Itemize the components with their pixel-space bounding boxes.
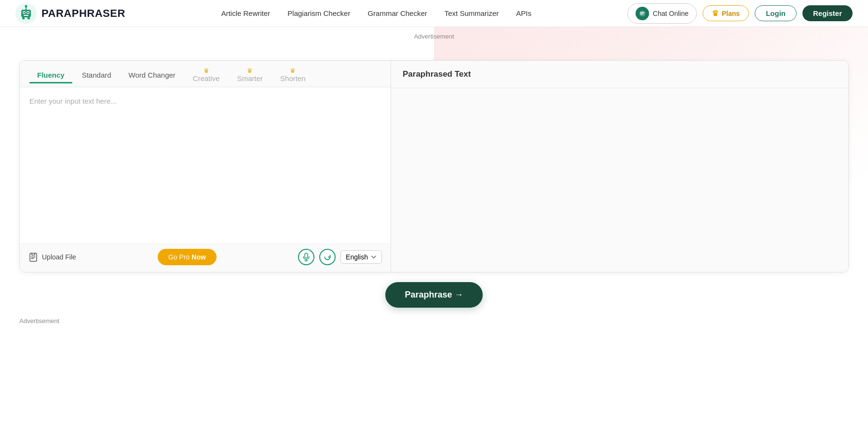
language-value: English bbox=[346, 253, 368, 261]
brand-name: PARAPHRASER bbox=[41, 7, 125, 20]
go-pro-text: Go Pro bbox=[168, 253, 191, 261]
language-select-wrap[interactable]: English bbox=[340, 250, 382, 264]
smarter-crown-icon: ♛ bbox=[247, 68, 253, 74]
main-nav: Article Rewriter Plagiarism Checker Gram… bbox=[221, 9, 531, 17]
svg-rect-15 bbox=[305, 253, 308, 258]
chevron-icon bbox=[371, 254, 377, 260]
nav-plagiarism-checker[interactable]: Plagiarism Checker bbox=[287, 9, 350, 17]
header-actions: Chat Online ♛ Plans Login Register bbox=[627, 3, 853, 24]
svg-point-8 bbox=[25, 5, 27, 7]
footer-right: English bbox=[298, 249, 382, 265]
shorten-crown-icon: ♛ bbox=[290, 68, 296, 74]
bottom-section: Advertisement bbox=[0, 312, 868, 329]
text-input[interactable] bbox=[29, 97, 381, 232]
text-input-area bbox=[20, 87, 391, 244]
go-pro-emphasis: Now bbox=[191, 253, 206, 261]
nav-grammar-checker[interactable]: Grammar Checker bbox=[367, 9, 427, 17]
top-ad-bar: Advertisement bbox=[0, 27, 868, 46]
upload-icon bbox=[28, 252, 38, 262]
right-panel-title: Paraphrased Text bbox=[403, 69, 471, 79]
upload-file-button[interactable]: Upload File bbox=[28, 252, 76, 262]
paraphrase-button[interactable]: Paraphrase → bbox=[385, 282, 482, 308]
tab-standard[interactable]: Standard bbox=[74, 65, 119, 83]
bottom-ad-label: Advertisement bbox=[19, 317, 59, 325]
tab-shorten[interactable]: ♛ Shorten bbox=[272, 61, 313, 87]
paraphrase-section: Paraphrase → bbox=[0, 272, 868, 312]
logo-icon bbox=[15, 3, 37, 24]
tabs-row: Fluency Standard Word Changer ♛ Creative… bbox=[20, 61, 391, 87]
panel-footer: Upload File Go Pro Now bbox=[20, 244, 391, 272]
nav-text-summarizer[interactable]: Text Summarizer bbox=[445, 9, 499, 17]
plans-label: Plans bbox=[722, 10, 740, 17]
right-panel-body bbox=[391, 88, 848, 272]
logo-area: PARAPHRASER bbox=[15, 3, 125, 24]
paraphrased-text-header: Paraphrased Text bbox=[391, 61, 848, 88]
main-content: Fluency Standard Word Changer ♛ Creative… bbox=[0, 46, 868, 272]
svg-rect-6 bbox=[24, 15, 28, 16]
chat-online-button[interactable]: Chat Online bbox=[627, 3, 697, 24]
nav-apis[interactable]: APIs bbox=[516, 9, 531, 17]
tool-container: Fluency Standard Word Changer ♛ Creative… bbox=[19, 60, 849, 272]
chat-icon bbox=[636, 7, 649, 20]
go-pro-button[interactable]: Go Pro Now bbox=[158, 249, 217, 265]
nav-article-rewriter[interactable]: Article Rewriter bbox=[221, 9, 271, 17]
tab-fluency[interactable]: Fluency bbox=[29, 65, 72, 83]
plans-button[interactable]: ♛ Plans bbox=[703, 5, 749, 21]
refresh-button[interactable] bbox=[319, 249, 336, 265]
left-panel: Fluency Standard Word Changer ♛ Creative… bbox=[20, 61, 391, 272]
tab-word-changer[interactable]: Word Changer bbox=[121, 65, 183, 83]
upload-file-label: Upload File bbox=[42, 253, 76, 261]
top-ad-label: Advertisement bbox=[414, 33, 454, 40]
svg-point-5 bbox=[27, 12, 29, 13]
svg-rect-9 bbox=[22, 17, 25, 19]
svg-point-4 bbox=[24, 12, 25, 13]
crown-icon: ♛ bbox=[712, 9, 719, 18]
tab-smarter[interactable]: ♛ Smarter bbox=[230, 61, 271, 87]
svg-rect-10 bbox=[27, 17, 30, 19]
login-button[interactable]: Login bbox=[755, 5, 797, 21]
svg-rect-1 bbox=[21, 10, 31, 17]
creative-crown-icon: ♛ bbox=[203, 68, 209, 74]
tab-creative[interactable]: ♛ Creative bbox=[185, 61, 228, 87]
chat-online-label: Chat Online bbox=[653, 10, 689, 17]
register-button[interactable]: Register bbox=[802, 5, 853, 21]
mic-icon bbox=[303, 253, 310, 261]
svg-point-11 bbox=[639, 11, 645, 16]
right-panel: Paraphrased Text bbox=[391, 61, 848, 272]
header: PARAPHRASER Article Rewriter Plagiarism … bbox=[0, 0, 868, 27]
refresh-icon bbox=[324, 253, 331, 261]
mic-button[interactable] bbox=[298, 249, 314, 265]
